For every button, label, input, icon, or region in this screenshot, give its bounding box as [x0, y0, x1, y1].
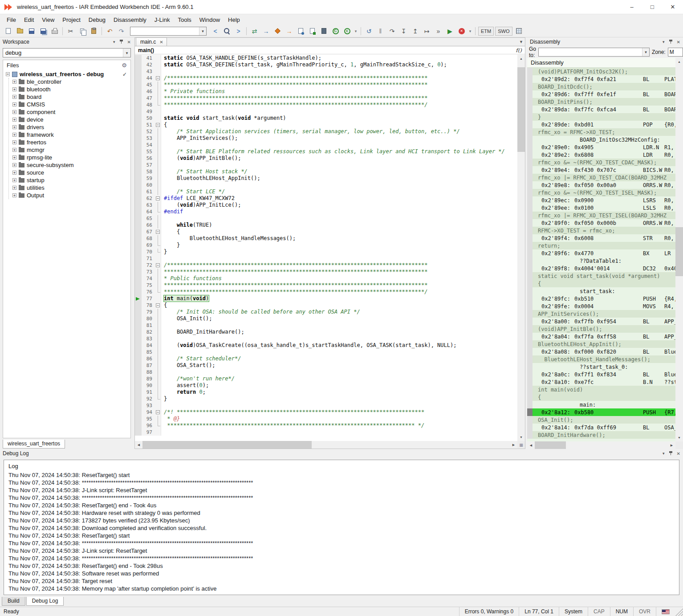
language-flag-icon[interactable]: [662, 609, 670, 614]
scroll-left-icon[interactable]: ◀: [527, 441, 535, 449]
run-to-cursor-button[interactable]: »: [433, 26, 444, 37]
fold-toggle-icon[interactable]: −: [156, 196, 160, 200]
gutter-margin[interactable]: [135, 309, 142, 315]
editor-vertical-scrollbar[interactable]: ▲ ▼: [517, 55, 525, 441]
reset-button[interactable]: ↺: [363, 26, 374, 37]
close-icon[interactable]: ✕: [677, 451, 680, 456]
code-line[interactable]: 60: [135, 182, 517, 188]
gutter-margin[interactable]: [135, 155, 142, 162]
gutter-margin[interactable]: [135, 289, 142, 295]
code-line[interactable]: 65: [135, 215, 517, 222]
editor-horizontal-scrollbar[interactable]: ◀ ▶: [135, 441, 517, 449]
expand-icon[interactable]: +: [12, 87, 16, 91]
cstat-analyze-button[interactable]: C: [330, 26, 341, 37]
gutter-margin[interactable]: [135, 429, 142, 436]
fold-toggle-icon[interactable]: −: [156, 230, 160, 234]
tree-item-bluetooth[interactable]: +bluetooth: [9, 86, 130, 93]
code-line[interactable]: 73**************************************…: [135, 269, 517, 275]
chevron-down-icon[interactable]: ▾: [123, 49, 130, 57]
disassembly-row[interactable]: 0x2'89fc:0xb510PUSH{R4,: [527, 295, 675, 302]
disassembly-row[interactable]: 0x2'89f4:0x6008STRR0,: [527, 234, 675, 242]
code-line[interactable]: 48**************************************…: [135, 102, 517, 108]
disassembly-horizontal-scrollbar[interactable]: ◀ ▶: [527, 441, 675, 449]
code-line[interactable]: 87 OSA_Start();: [135, 362, 517, 369]
menu-item-edit[interactable]: Edit: [20, 15, 38, 24]
tree-item-device[interactable]: +device: [9, 116, 130, 123]
scrollbar-thumb[interactable]: [142, 441, 312, 449]
code-line[interactable]: 75**************************************…: [135, 282, 517, 289]
code-line[interactable]: 74* Public functions: [135, 275, 517, 282]
code-line[interactable]: 54: [135, 142, 517, 148]
code-line[interactable]: 72−/************************************…: [135, 262, 517, 269]
goto-input[interactable]: ▾: [538, 48, 650, 57]
menu-item-help[interactable]: Help: [224, 15, 244, 24]
tree-item-utilities[interactable]: +utilities: [9, 184, 130, 192]
disassembly-row[interactable]: {: [527, 280, 675, 287]
disassembly-row[interactable]: 0x2'89e8:0xf050 0x00a0ORRS.WR0,: [527, 181, 675, 189]
gutter-margin[interactable]: [135, 362, 142, 369]
code-line[interactable]: 51−{: [135, 122, 517, 128]
tree-item-cmsis[interactable]: +CMSIS: [9, 101, 130, 108]
collapse-icon[interactable]: −: [6, 72, 10, 76]
gutter-margin[interactable]: [135, 416, 142, 422]
step-over-button[interactable]: ↷: [386, 26, 398, 37]
find-button[interactable]: [221, 26, 232, 37]
maximize-button[interactable]: □: [642, 0, 663, 14]
pin-icon[interactable]: [669, 40, 673, 44]
expand-icon[interactable]: +: [12, 155, 16, 159]
gutter-margin[interactable]: [135, 375, 142, 382]
gutter-margin[interactable]: [135, 269, 142, 275]
panel-menu-icon[interactable]: ▾: [663, 451, 665, 456]
gutter-margin[interactable]: [135, 228, 142, 235]
go-button[interactable]: ▶: [444, 26, 455, 37]
disassembly-row[interactable]: 0x2'89ee:0x0100LSLSR0,: [527, 204, 675, 212]
disassembly-row[interactable]: 0x2'89e0:0x4905LDR.NR1,: [527, 143, 675, 151]
code-line[interactable]: 90 assert(0);: [135, 382, 517, 389]
disassembly-row[interactable]: return;: [527, 242, 675, 249]
gutter-margin[interactable]: [135, 402, 142, 409]
code-line[interactable]: 89 /*won't run here*/: [135, 375, 517, 382]
fold-toggle-icon[interactable]: −: [156, 303, 160, 307]
gutter-margin[interactable]: [135, 382, 142, 389]
code-line[interactable]: 68 BluetoothLEHost_HandleMessages();: [135, 235, 517, 242]
gutter-margin[interactable]: [135, 168, 142, 175]
redo-button[interactable]: ↷: [116, 26, 127, 37]
expand-icon[interactable]: +: [12, 125, 16, 129]
gutter-margin[interactable]: [135, 108, 142, 115]
tab-list-chevron-icon[interactable]: ▼: [519, 40, 523, 44]
tree-item-mcmgr[interactable]: +mcmgr: [9, 146, 130, 154]
code-line[interactable]: 41static OSA_TASK_HANDLE_DEFINE(s_startT…: [135, 55, 517, 61]
panel-menu-icon[interactable]: ▾: [113, 40, 115, 44]
disassembly-row[interactable]: 0x2'8a0c:0xf7f1 0xf834BLBlue: [527, 371, 675, 378]
navigate-backward-button[interactable]: ⇄: [249, 26, 260, 37]
configuration-dropdown[interactable]: debug ▾: [3, 48, 131, 57]
disassembly-row[interactable]: {: [527, 393, 675, 401]
code-line[interactable]: 82 BOARD_InitHardware();: [135, 329, 517, 335]
stop-build-button[interactable]: [318, 26, 329, 37]
code-line[interactable]: 81: [135, 322, 517, 329]
code-line[interactable]: 88: [135, 369, 517, 375]
find-previous-button[interactable]: <: [210, 26, 221, 37]
code-line[interactable]: 62−#ifdef LCE_KW47_MCXW72: [135, 195, 517, 202]
menu-item-disassembly[interactable]: Disassembly: [110, 15, 150, 24]
disassembly-row[interactable]: RFMC->XO_TEST = rfmc_xo;: [527, 227, 675, 234]
scrollbar-thumb[interactable]: [535, 441, 566, 449]
scrollbar-thumb[interactable]: [675, 227, 683, 276]
gutter-margin[interactable]: [135, 82, 142, 88]
disassembly-row[interactable]: 0x2'89ec:0x0900LSRSR0,: [527, 196, 675, 204]
save-all-button[interactable]: [37, 26, 49, 37]
tree-item-ble-controller[interactable]: +ble_controller: [9, 78, 130, 86]
status-errors[interactable]: Errors 0, Warnings 0: [459, 607, 519, 616]
disassembly-row[interactable]: rfmc_xo &= ~(RFMC_XO_TEST_CDAC_MASK);: [527, 159, 675, 166]
find-next-button[interactable]: >: [233, 26, 244, 37]
tree-item-component[interactable]: +component: [9, 108, 130, 116]
disassembly-vertical-scrollbar[interactable]: ▲ ▼: [675, 58, 683, 441]
next-bookmark-button[interactable]: →: [284, 26, 295, 37]
scroll-right-icon[interactable]: ▶: [510, 441, 517, 449]
scroll-left-icon[interactable]: ◀: [135, 441, 142, 449]
cut-button[interactable]: ✂: [65, 26, 76, 37]
gutter-margin[interactable]: [135, 122, 142, 128]
paste-button[interactable]: [88, 26, 99, 37]
disassembly-row[interactable]: 0x2'8a04:0xf7fa 0xff58BLAPP_: [527, 333, 675, 340]
disassembly-row[interactable]: 0x2'8a14:0xf7da 0xff69BLOSA_: [527, 424, 675, 431]
